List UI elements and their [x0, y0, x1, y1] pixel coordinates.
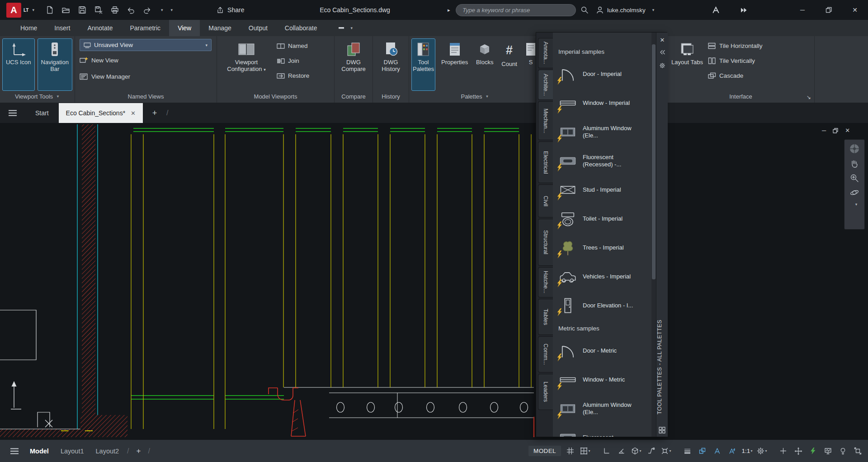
palette-item[interactable]: Door Elevation - I...	[553, 291, 651, 320]
join-viewports-button[interactable]: Join	[277, 54, 309, 68]
snap-caret-icon[interactable]: ▾	[588, 449, 590, 453]
panel-footer-history[interactable]: History	[373, 90, 409, 103]
autocad-logo[interactable]: A	[6, 3, 21, 18]
properties-button[interactable]: Properties	[440, 39, 469, 90]
close-button[interactable]: ✕	[842, 0, 868, 20]
palette-scrollbar[interactable]	[651, 33, 656, 437]
redo-caret-icon[interactable]: ▾	[161, 8, 163, 12]
isolate-objects-toggle[interactable]	[837, 445, 849, 457]
ucs-icon-button[interactable]: UCS Icon	[3, 39, 34, 90]
viewport-configuration-button[interactable]: Viewport Configuration ▾	[220, 39, 273, 90]
palette-tab-structural[interactable]: Structural	[538, 219, 553, 266]
ribbon-tab-view[interactable]: View	[169, 20, 200, 36]
palette-item[interactable]: Door - Metric	[553, 336, 651, 365]
annotation-autoscale-toggle[interactable]	[726, 445, 738, 457]
palette-item[interactable]: Window - Imperial	[553, 89, 651, 118]
drawing-close-icon[interactable]: ✕	[845, 127, 850, 134]
palette-tab-architectural[interactable]: Archite...	[538, 70, 553, 100]
panel-expand-icon[interactable]: ↘	[807, 94, 811, 100]
dwg-compare-button[interactable]: DWG Compare	[338, 39, 369, 90]
palette-grid-icon[interactable]	[659, 427, 665, 434]
palette-item[interactable]: Fluorescent	[553, 423, 651, 437]
palette-item[interactable]: Stud - Imperial	[553, 175, 651, 204]
layout-tabs-button[interactable]: Layout Tabs	[670, 39, 704, 90]
add-customization-button[interactable]	[778, 445, 789, 457]
undo-button[interactable]	[125, 4, 137, 16]
navigation-wheel-icon[interactable]	[849, 143, 860, 154]
ribbon-tab-parametric[interactable]: Parametric	[121, 20, 169, 36]
drawing-minimize-icon[interactable]: ─	[822, 127, 826, 134]
selection-cycling-toggle[interactable]	[697, 445, 708, 457]
tab-close-icon[interactable]: ✕	[131, 110, 136, 117]
palette-autohide-icon[interactable]	[656, 47, 668, 57]
palette-item[interactable]: Toilet - Imperial	[553, 204, 651, 233]
palette-item[interactable]: Window - Metric	[553, 365, 651, 394]
palette-tab-annotation[interactable]: Annota...	[538, 38, 553, 68]
annotation-scale-control[interactable]: 1:1▾	[741, 445, 753, 457]
save-as-button[interactable]	[92, 4, 104, 16]
layout1-tab[interactable]: Layout1	[55, 448, 90, 455]
file-tabs-menu-button[interactable]	[0, 103, 25, 123]
isodraft-caret-icon[interactable]: ▾	[639, 449, 641, 453]
ribbon-display-toggle[interactable]: ▾	[334, 20, 357, 36]
dwg-history-button[interactable]: DWG History	[376, 39, 406, 90]
show-more-toolbar-icon[interactable]	[740, 6, 748, 14]
ribbon-tab-annotate[interactable]: Annotate	[79, 20, 121, 36]
new-drawing-tab-button[interactable]: +	[143, 103, 166, 123]
palette-item[interactable]: Fluorescent (Recessed) -...	[553, 146, 651, 175]
minimize-button[interactable]: ─	[789, 0, 816, 20]
scale-caret-icon[interactable]: ▾	[750, 449, 752, 453]
palette-tab-leaders[interactable]: Leaders	[538, 374, 553, 410]
orbit-icon[interactable]	[849, 188, 859, 198]
layout2-tab[interactable]: Layout2	[90, 448, 125, 455]
share-button[interactable]: Share	[216, 6, 244, 14]
start-tab[interactable]: Start	[25, 103, 59, 123]
palette-tab-mechanical[interactable]: Mechan...	[538, 101, 553, 140]
save-button[interactable]	[76, 4, 88, 16]
pan-control[interactable]	[793, 445, 804, 457]
new-layout-button[interactable]: +	[132, 447, 146, 456]
ortho-toggle[interactable]	[601, 445, 612, 457]
panel-footer-named-views[interactable]: Named Views	[75, 90, 217, 103]
osnap-toggle[interactable]: ▾	[660, 445, 672, 457]
palette-item[interactable]: Aluminum Window (Ele...	[553, 118, 651, 146]
ribbon-tab-insert[interactable]: Insert	[46, 20, 79, 36]
ribbon-tab-manage[interactable]: Manage	[200, 20, 240, 36]
titlebar-flyout-icon[interactable]: ▸	[448, 0, 450, 20]
panel-footer-palettes[interactable]: Palettes▼	[409, 90, 541, 103]
plot-button[interactable]	[108, 4, 121, 16]
polar-tracking-toggle[interactable]	[616, 445, 627, 457]
active-drawing-tab[interactable]: Eco Cabin_Sections* ✕	[59, 103, 143, 123]
blocks-button[interactable]: Blocks	[474, 39, 495, 90]
workspace-settings-button[interactable]: ▾	[756, 445, 768, 457]
status-menu-button[interactable]	[5, 448, 24, 455]
new-view-button[interactable]: New View	[80, 53, 214, 67]
search-input[interactable]	[456, 4, 576, 16]
palette-item[interactable]: Aluminum Window (Ele...	[553, 394, 651, 423]
osnap-tracking-toggle[interactable]	[646, 445, 657, 457]
palette-tab-tables[interactable]: Tables	[538, 299, 553, 335]
new-file-button[interactable]	[43, 4, 56, 16]
qat-customize-caret-icon[interactable]: ▾	[171, 8, 173, 12]
lineweight-toggle[interactable]	[682, 445, 693, 457]
clean-screen-toggle[interactable]	[852, 445, 863, 457]
isodraft-toggle[interactable]: ▾	[631, 445, 642, 457]
palette-tab-civil[interactable]: Civil	[538, 184, 553, 217]
search-icon[interactable]	[580, 6, 589, 14]
zoom-icon[interactable]	[849, 173, 859, 183]
panel-footer-compare[interactable]: Compare	[335, 90, 373, 103]
scrollbar-thumb[interactable]	[652, 44, 656, 279]
panel-footer-viewport-tools[interactable]: Viewport Tools▼	[0, 90, 75, 103]
model-tab[interactable]: Model	[24, 448, 54, 455]
palette-tab-electrical[interactable]: Electrical	[538, 141, 553, 183]
workspace-caret-icon[interactable]: ▾	[765, 449, 767, 453]
open-file-button[interactable]	[60, 4, 72, 16]
annotation-visibility-toggle[interactable]	[712, 445, 723, 457]
snap-toggle[interactable]: ▾	[580, 445, 591, 457]
panel-footer-interface[interactable]: Interface	[667, 90, 814, 103]
view-dropdown[interactable]: Unsaved View ▾	[80, 39, 212, 51]
navigation-bar-button[interactable]: Navigation Bar	[38, 39, 72, 90]
cascade-button[interactable]: Cascade	[708, 69, 763, 83]
restore-viewports-button[interactable]: Restore	[277, 69, 309, 83]
restore-button[interactable]	[816, 0, 842, 20]
